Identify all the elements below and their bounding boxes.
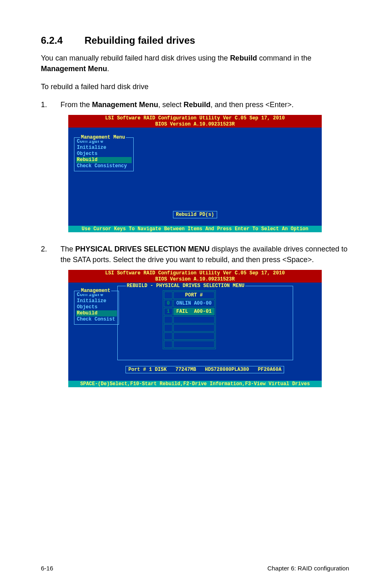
port-blank-5 [173, 341, 214, 348]
intro-prefix: You can manually rebuild failed hard dis… [41, 54, 230, 62]
page-footer: 6-16 Chapter 6: RAID configuration [41, 564, 349, 572]
step1-suffix: , and then press <Enter>. [211, 101, 294, 109]
drive-info-box: Port # 1 DISK 77247MB HDS728080PLA380 PF… [126, 366, 284, 373]
status-box-rebuild-pd: Rebuild PD(s) [173, 211, 217, 218]
menu-item-initialize[interactable]: Initialize [76, 145, 132, 151]
menu-item-rebuild[interactable]: Rebuild [76, 157, 132, 163]
bios-window-1: LSI Software RAID Configuration Utility … [68, 115, 322, 232]
step-1: 1. From the Management Menu, select Rebu… [41, 99, 349, 110]
bios-title-line1: LSI Software RAID Configuration Utility … [68, 115, 322, 121]
step2-bold-physmenu: PHYSICAL DRIVES SELECTION MENU [75, 245, 210, 253]
port-blank-4 [173, 332, 214, 340]
rebuild-panel-title: REBUILD - PHYSICAL DRIVES SELECTION MENU [126, 283, 245, 289]
port-header-label: PORT # [173, 292, 214, 299]
bios-footer-2: SPACE-(De)Select,F10-Start Rebuild,F2-Dr… [68, 381, 322, 387]
intro-mid: command in the [257, 54, 312, 62]
port-blank-3 [173, 324, 214, 332]
step1-bold-mgmtmenu: Management Menu [92, 101, 158, 109]
port-1-idx: 1 [164, 308, 173, 315]
rebuild-selection-panel: REBUILD - PHYSICAL DRIVES SELECTION MENU… [117, 286, 293, 360]
section-heading: 6.2.4 Rebuilding failed drives [41, 35, 349, 46]
bios-screenshot-2: LSI Software RAID Configuration Utility … [41, 270, 349, 387]
intro-bold-mgmtmenu: Management Menu [41, 65, 107, 73]
menu-item-check-consistency[interactable]: Check Consistency [76, 163, 132, 169]
management-menu-1: Management Menu Configure Initialize Obj… [74, 137, 134, 171]
port-table: PORT # 0 ONLIN A00-00 1 FAIL A00-01 [163, 290, 216, 349]
menu2-item-rebuild[interactable]: Rebuild [76, 310, 117, 316]
bios-body-2: Management Configure Initialize Objects … [68, 283, 322, 381]
intro-suffix: . [107, 65, 109, 73]
port-blank-2-idx [164, 316, 173, 323]
menu-item-objects[interactable]: Objects [76, 151, 132, 157]
bios-body-1: Management Menu Configure Initialize Obj… [68, 128, 322, 226]
step1-bold-rebuild: Rebuild [184, 101, 211, 109]
port-blank-2 [173, 316, 214, 323]
step-2-number: 2. [41, 244, 61, 265]
subintro-paragraph: To rebuild a failed hard disk drive [41, 81, 349, 92]
management-menu-title-1: Management Menu [80, 135, 126, 141]
section-title: Rebuilding failed drives [85, 35, 195, 46]
step-1-number: 1. [41, 99, 61, 110]
port-1-label[interactable]: FAIL A00-01 [173, 308, 214, 315]
bios-screenshot-1: LSI Software RAID Configuration Utility … [41, 115, 349, 232]
step1-prefix: From the [61, 101, 92, 109]
bios2-title-line1: LSI Software RAID Configuration Utility … [68, 270, 322, 276]
intro-bold-rebuild: Rebuild [230, 54, 257, 62]
port-blank-4-idx [164, 332, 173, 340]
chapter-label: Chapter 6: RAID configuration [267, 565, 349, 572]
intro-paragraph: You can manually rebuild failed hard dis… [41, 53, 349, 74]
management-menu-title-2: Management [80, 288, 111, 294]
page-number: 6-16 [41, 565, 53, 572]
management-menu-2: Management Configure Initialize Objects … [74, 291, 119, 325]
section-number: 6.2.4 [41, 35, 82, 46]
bios-titlebar-1: LSI Software RAID Configuration Utility … [68, 115, 322, 128]
step2-prefix: The [61, 245, 75, 253]
menu2-item-objects[interactable]: Objects [76, 304, 117, 310]
bios-footer-1: Use Cursor Keys To Navigate Between Item… [68, 226, 322, 232]
port-0-idx: 0 [164, 300, 173, 307]
step-2-text: The PHYSICAL DRIVES SELECTION MENU displ… [61, 244, 349, 265]
menu2-item-check-consist[interactable]: Check Consist [76, 316, 117, 323]
bios-title-line2: BIOS Version A.10.09231523R [68, 121, 322, 127]
port-0-label[interactable]: ONLIN A00-00 [173, 300, 214, 307]
step-1-text: From the Management Menu, select Rebuild… [61, 99, 349, 110]
port-blank-3-idx [164, 324, 173, 332]
port-header-idx [164, 292, 173, 299]
step1-mid: , select [158, 101, 184, 109]
bios-window-2: LSI Software RAID Configuration Utility … [68, 270, 322, 387]
step-2: 2. The PHYSICAL DRIVES SELECTION MENU di… [41, 244, 349, 265]
bios-titlebar-2: LSI Software RAID Configuration Utility … [68, 270, 322, 283]
menu2-item-initialize[interactable]: Initialize [76, 298, 117, 304]
bios2-title-line2: BIOS Version A.10.09231523R [68, 276, 322, 282]
port-blank-5-idx [164, 341, 173, 348]
